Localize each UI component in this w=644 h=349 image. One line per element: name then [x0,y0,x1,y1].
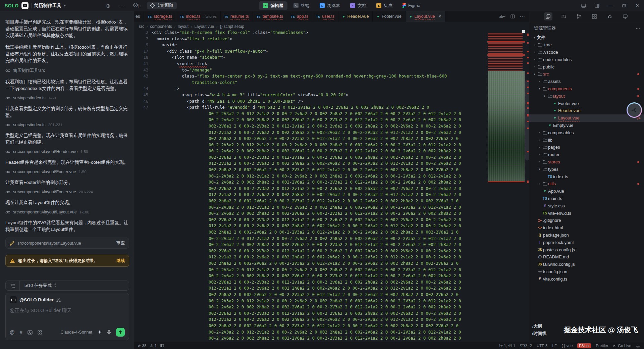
top-tab-浏览器[interactable]: ◱浏览器 [316,1,344,10]
send-button[interactable] [116,328,125,337]
live-follow-button[interactable]: 实时跟随 [147,2,177,9]
tree-item-tailwind.config.js[interactable]: JStailwind.config.js [529,261,644,268]
tree-item-assets[interactable]: ›assets [529,78,644,85]
tree-item-README.md[interactable]: ⓘREADME.md [529,253,644,261]
split-editor-icon[interactable] [511,14,515,18]
task-progress-bar[interactable]: 5/10 任务完成 ˄˅ [5,281,129,291]
tree-item-src[interactable]: ▾src [529,70,644,78]
breadcrumb-item-src[interactable]: src [139,24,144,29]
status-Go Live[interactable]: Go Live [613,344,631,348]
hash-icon[interactable]: # [20,330,22,335]
tools-icon[interactable] [56,298,61,302]
tree-item-router[interactable]: ›router [529,151,644,158]
blocks-icon[interactable] [38,330,42,335]
tree-item-types[interactable]: ▾types [529,165,644,173]
model-selector[interactable]: Claude-4-Sonnet [60,330,92,335]
tree-item-public[interactable]: ›public [529,63,644,70]
editor-tab-user.ts[interactable]: TSuser.ts [312,11,338,22]
task-expand-icon[interactable]: ˄˅ [54,283,56,288]
tree-item-tsconfig.json[interactable]: tsconfig.json [529,268,644,276]
file-reference-link[interactable]: src\types\index.ts201-231 [5,122,129,127]
more-actions-icon[interactable]: ⋯ [520,13,525,20]
tree-item-node_modules[interactable]: ›node_modules [529,56,644,63]
tree-item-layout[interactable]: ▾layout [529,92,644,100]
tree-item-Layout.vue[interactable]: ▼Layout.vue9+ [529,114,644,122]
editor-tab-resume.ts[interactable]: TSresume.ts [221,11,253,22]
microphone-icon[interactable] [107,330,111,335]
editor-tab-Layout.vue[interactable]: ▼Layout.vue✕ [406,11,446,22]
restore-button[interactable] [617,0,631,11]
tree-item-.gitignore[interactable]: .gitignore [529,217,644,224]
tree-item-Empty.vue[interactable]: ▼Empty.vue [529,122,644,129]
extensions-icon[interactable] [590,12,599,20]
minimize-button[interactable]: — [604,0,617,11]
tree-item-style.css[interactable]: #style.css [529,202,644,209]
tree-item-vite-env.d.ts[interactable]: TSvite-env.d.ts [529,209,644,217]
file-reference-link[interactable]: src\components\layout\Layout.vue1-100 [5,210,129,214]
file-reference-link[interactable]: src\types\index.ts1-50 [5,96,129,100]
breadcrumb[interactable]: src›components›layout›Layout.vue›{} scri… [139,23,244,30]
files-icon[interactable] [544,12,552,20]
edited-file-card[interactable]: src\components\layout\Layout.vue审查 [5,238,129,249]
ai-assistant-floating-button[interactable] [627,102,642,118]
editor-tab-app.ts[interactable]: TSapp.ts [287,11,312,22]
tree-item-index.ts[interactable]: TSindex.ts [529,173,644,180]
top-tab-编辑器[interactable]: </>编辑器 [259,1,287,10]
breadcrumb-item-Layout.vue[interactable]: Layout.vue [194,24,214,29]
word-wrap-icon[interactable]: ab↵ [499,15,506,18]
editor-tab-Footer.vue[interactable]: ▼Footer.vue [373,11,405,22]
chat-input-card[interactable]: @SOLO Builder 您正在与 SOLO Builder 聊天 @ # C… [5,293,129,340]
tree-item-utils[interactable]: ›utils [529,180,644,188]
chat-input-placeholder[interactable]: 您正在与 SOLO Builder 聊天 [10,307,125,314]
tree-item-App.vue[interactable]: ▼App.vue [529,188,644,195]
search-icon[interactable] [559,12,568,20]
tree-item-postcss.config.js[interactable]: JSpostcss.config.js [529,246,644,253]
close-button[interactable]: ✕ [631,0,644,11]
breadcrumb-item-layout[interactable]: layout [178,24,189,29]
top-tab-文档[interactable]: ≡文档 [346,1,370,10]
status-Prettier[interactable]: Prettier [596,344,608,348]
tree-item-lib[interactable]: ›lib [529,136,644,144]
explorer-more-icon[interactable]: ⋯ [636,26,640,31]
status-LF[interactable]: LF [552,344,556,348]
more-icon[interactable]: ⋯ [119,3,124,9]
editor-tab-index.ts[interactable]: TSindex.ts...\stores [176,11,220,22]
toggle-panel-icon[interactable] [577,0,590,11]
file-reference-link[interactable]: 简历制作工具\src [5,68,129,73]
tree-item-index.html[interactable]: <>index.html [529,224,644,232]
tree-item-composables[interactable]: ›composables [529,129,644,136]
status-行 1, 列 1[interactable]: 行 1, 列 1 [499,343,516,348]
tree-item-components[interactable]: ▾components [529,85,644,93]
editor-tab-es[interactable]: es [134,11,144,22]
code-content[interactable]: 2<div class="min-h-screen flex flex-col"… [134,30,529,342]
tree-item-package.json[interactable]: {}package.json [529,232,644,239]
status-problems[interactable]: ⊗38 ⚠1 [134,343,164,348]
collapse-panel-icon[interactable]: |← [138,3,143,8]
editor-tab-Header.vue[interactable]: ▼Header.vue [338,11,373,22]
breadcrumb-symbol[interactable]: {} script setup [220,24,245,29]
toggle-sidebar-icon[interactable] [590,0,604,11]
tree-section-files[interactable]: ▾文件 [529,34,644,41]
at-icon[interactable]: @ [10,330,15,335]
remote-window-icon[interactable] [621,12,630,20]
file-reference-link[interactable]: src\components\layout\Footer.vue201-224 [5,190,129,194]
status-vue[interactable]: { }vue [561,344,573,348]
notifications-bell-icon[interactable] [636,344,640,348]
editor-tab-template.ts[interactable]: TStemplate.ts [253,11,287,22]
status-ESLint[interactable]: ESLint [577,343,591,348]
tree-item-.trae[interactable]: ›.trae [529,41,644,49]
top-tab-终端[interactable]: >_终端 [289,1,314,10]
sparkle-icon[interactable] [97,330,102,335]
tab-close-icon[interactable]: ✕ [438,14,442,19]
top-tab-集成[interactable]: ◧集成 [372,1,396,10]
editor-layout-icon[interactable] [160,344,164,347]
chevron-down-icon[interactable]: ▾ [64,4,66,7]
status-UTF-8[interactable]: UTF-8 [537,344,548,348]
new-chat-icon[interactable]: ⊕ [106,3,110,9]
review-button[interactable]: 审查 [116,240,125,246]
tree-item-Footer.vue[interactable]: ▼Footer.vue [529,100,644,107]
tree-item-.vscode[interactable]: ›.vscode [529,49,644,56]
debug-icon[interactable] [605,12,614,20]
status-空格: 2[interactable]: 空格: 2 [520,343,532,348]
source-control-icon[interactable] [575,12,583,20]
